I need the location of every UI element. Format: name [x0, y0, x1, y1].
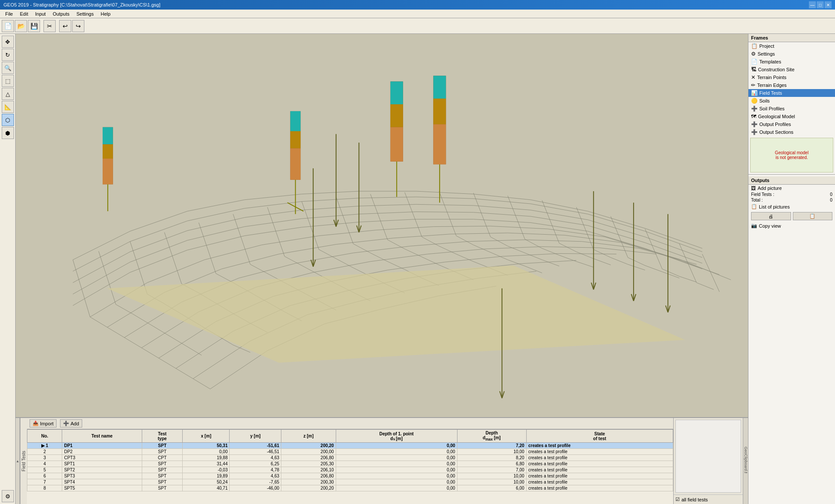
copy-view-label: Copy view: [759, 223, 781, 229]
import-icon: 📥: [33, 421, 39, 426]
cell-state: creates a test profile: [526, 461, 673, 467]
svg-rect-20: [433, 124, 446, 164]
cell-name: DP1: [62, 443, 142, 449]
frame-output-sections[interactable]: ➕ Output Sections: [748, 128, 835, 136]
import-button[interactable]: 📥 Import: [30, 419, 57, 428]
add-picture-button[interactable]: 🖼 Add picture: [748, 185, 835, 192]
save-button[interactable]: 💾: [28, 20, 40, 32]
panel-collapse-handle[interactable]: ▲: [16, 418, 20, 504]
frame-terrain-points-label: Terrain Points: [757, 75, 786, 80]
zoom-tool-button[interactable]: 🔍: [2, 62, 14, 74]
add-picture-label: Add picture: [758, 186, 782, 191]
print-button[interactable]: 🖨: [751, 212, 791, 220]
frame-construction-site[interactable]: 🏗 Construction Site: [748, 66, 835, 73]
3d-view-button[interactable]: ⬡: [2, 114, 14, 126]
triangle-tool-button[interactable]: △: [2, 88, 14, 100]
maximize-button[interactable]: □: [817, 1, 824, 8]
frame-geological-model[interactable]: 🗺 Geological Model: [748, 113, 835, 120]
menu-input[interactable]: Input: [32, 10, 49, 17]
frame-terrain-points[interactable]: ✕ Terrain Points: [748, 73, 835, 81]
cell-name: SPT3: [62, 473, 142, 479]
col-y: y [m]: [230, 430, 281, 443]
move-tool-button[interactable]: ✥: [2, 36, 14, 48]
cell-dmax: 10,00: [457, 473, 526, 479]
close-button[interactable]: ✕: [825, 1, 832, 8]
cell-x: 50,31: [183, 443, 230, 449]
right-panel: Frames 📋 Project ⚙ Settings 📄 Templates …: [748, 34, 835, 504]
table-row[interactable]: 4 SPT1 SPT 31,44 6,25 205,30 0,00 6,80 c…: [27, 461, 673, 467]
wireframe-button[interactable]: ⬢: [2, 127, 14, 139]
frame-terrain-edges[interactable]: ✏ Terrain Edges: [748, 81, 835, 89]
menu-edit[interactable]: Edit: [17, 10, 32, 17]
cut-button[interactable]: ✂: [43, 20, 56, 32]
table-row[interactable]: 3 CPT3 CPT 19,88 4,63 206,80 0,00 8,20 c…: [27, 455, 673, 461]
undo-button[interactable]: ↩: [59, 20, 71, 32]
col-depth: Depthdmax [m]: [457, 430, 526, 443]
menu-outputs[interactable]: Outputs: [49, 10, 73, 17]
cell-z: 206,80: [281, 455, 336, 461]
cell-x: 19,89: [183, 473, 230, 479]
left-toolbar: ✥ ↻ 🔍 ⬚ △ 📐 ⬡ ⬢ ⚙: [0, 34, 16, 504]
frame-settings[interactable]: ⚙ Settings: [748, 50, 835, 58]
table-body: ▶ 1 DP1 SPT 50,31 -51,61 200,20 0,00 7,2…: [27, 443, 673, 491]
cell-name: CPT3: [62, 455, 142, 461]
geo-clipboard-label[interactable]: GeoClipboard™: [743, 418, 748, 504]
cell-type: SPT: [142, 473, 183, 479]
soils-icon: 🟡: [751, 98, 758, 104]
table-row[interactable]: 8 SPT5 SPT 40,71 -46,00 200,20 0,00 6,00…: [27, 485, 673, 491]
table-row[interactable]: 6 SPT3 SPT 19,89 4,63 206,80 0,00 10,00 …: [27, 473, 673, 479]
open-button[interactable]: 📂: [15, 20, 27, 32]
frame-soils[interactable]: 🟡 Soils: [748, 97, 835, 105]
col-no: No.: [27, 430, 62, 443]
cell-y: -46,00: [230, 485, 281, 491]
table-row[interactable]: 7 SPT4 SPT 50,24 -7,65 200,30 0,00 10,00…: [27, 479, 673, 485]
3d-viewport[interactable]: [16, 34, 748, 417]
cell-dmax: 6,80: [457, 461, 526, 467]
table-row[interactable]: 2 DP2 SPT 0,00 -46,51 200,00 0,00 10,00 …: [27, 449, 673, 455]
add-icon: ➕: [63, 421, 69, 426]
measure-tool-button[interactable]: 📐: [2, 101, 14, 113]
frame-project[interactable]: 📋 Project: [748, 42, 835, 50]
menu-file[interactable]: File: [2, 10, 17, 17]
rotate-tool-button[interactable]: ↻: [2, 49, 14, 61]
copy-view-button[interactable]: 📋: [793, 212, 833, 220]
cell-name: SPT5: [62, 485, 142, 491]
table-row[interactable]: ▶ 1 DP1 SPT 50,31 -51,61 200,20 0,00 7,2…: [27, 443, 673, 449]
list-pictures-icon: 📋: [751, 204, 757, 209]
cell-y: 6,25: [230, 461, 281, 467]
cell-type: SPT: [142, 467, 183, 473]
cell-d1: 0,00: [336, 449, 457, 455]
svg-rect-13: [391, 81, 403, 104]
menu-help[interactable]: Help: [97, 10, 114, 17]
3d-scene-svg: [16, 34, 748, 417]
cell-z: 200,30: [281, 479, 336, 485]
cell-x: 40,71: [183, 485, 230, 491]
cell-d1: 0,00: [336, 461, 457, 467]
col-test-name: Test name: [62, 430, 142, 443]
frame-field-tests[interactable]: 📊 Field Tests: [748, 89, 835, 97]
settings-gear-button[interactable]: ⚙: [2, 490, 14, 502]
col-state: Stateof test: [526, 430, 673, 443]
construction-icon: 🏗: [751, 66, 756, 73]
minimize-button[interactable]: —: [809, 1, 816, 8]
project-icon: 📋: [751, 43, 758, 49]
frame-output-profiles[interactable]: ➕ Output Profiles: [748, 120, 835, 128]
new-button[interactable]: 📄: [2, 20, 14, 32]
all-field-tests-checkbox[interactable]: ☑: [675, 497, 680, 502]
menu-settings[interactable]: Settings: [73, 10, 97, 17]
output-sections-icon: ➕: [751, 129, 758, 135]
table-row[interactable]: 5 SPT2 SPT -0,03 4,78 206,10 0,00 7,00 c…: [27, 467, 673, 473]
frame-soil-profiles[interactable]: ➕ Soil Profiles: [748, 105, 835, 113]
all-field-tests-label: all field tests: [681, 497, 708, 502]
list-of-pictures-button[interactable]: 📋 List of pictures: [748, 203, 835, 210]
cell-dmax: 7,00: [457, 467, 526, 473]
frame-templates[interactable]: 📄 Templates: [748, 58, 835, 66]
select-tool-button[interactable]: ⬚: [2, 75, 14, 87]
add-button[interactable]: ➕ Add: [60, 419, 82, 428]
main-toolbar: 📄 📂 💾 ✂ ↩ ↪: [0, 18, 835, 34]
cell-no: 4: [27, 461, 62, 467]
cell-no: ▶ 1: [27, 443, 62, 449]
field-tests-table[interactable]: No. Test name Testtype x [m] y [m] z [m]…: [27, 429, 673, 504]
redo-button[interactable]: ↪: [72, 20, 84, 32]
copy-view-bottom-button[interactable]: 📷 Copy view: [748, 222, 835, 229]
